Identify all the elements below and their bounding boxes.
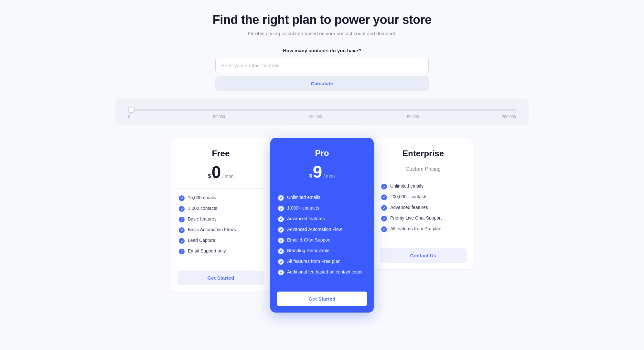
pro-feature-8: Additional fee based on contact count <box>287 269 363 274</box>
slider-section: 0 50 000 100 000 150 000 200 000 <box>115 98 529 125</box>
pro-feature-7: All features from Free plan <box>287 259 340 264</box>
pro-price-amount: 9 <box>313 163 322 180</box>
enterprise-custom-price: Custom Pricing <box>383 164 463 172</box>
list-item: Basic features <box>179 216 263 222</box>
list-item: Advanced features <box>381 205 465 211</box>
free-plan-price-row: $ 0 / mon <box>181 164 261 182</box>
free-get-started-button[interactable]: Get Started <box>177 271 264 285</box>
slider-wrapper <box>128 106 516 112</box>
check-icon <box>381 216 387 221</box>
pro-get-started-button[interactable]: Get Started <box>277 292 367 306</box>
check-icon <box>381 184 387 190</box>
free-feature-6: Email Support only <box>188 248 226 253</box>
enterprise-plan-name: Enterprise <box>383 149 463 159</box>
pro-feature-1: Unlimited emails <box>287 195 320 200</box>
pro-price-currency: $ <box>309 173 312 179</box>
slider-label-100k: 100 000 <box>308 115 322 119</box>
page-title: Find the right plan to power your store <box>212 13 431 27</box>
pro-feature-6: Branding Removable <box>287 248 329 253</box>
free-feature-2: 1,000 contacts <box>188 206 217 211</box>
pro-plan-features: Unlimited emails 1,000+ contacts Advance… <box>270 188 374 286</box>
pro-plan-price-row: $ 9 / mon <box>280 163 364 181</box>
list-item: 200,000+ contacts <box>381 194 465 200</box>
contact-label: How many contacts do you have? <box>215 48 429 53</box>
check-icon <box>381 194 387 200</box>
list-item: Unlimited emails <box>278 195 366 201</box>
list-item: Basic Automation Flows <box>179 227 263 233</box>
check-icon <box>179 195 185 201</box>
pro-price-period: / mon <box>323 173 335 179</box>
list-item: Unlimited emails <box>381 183 465 190</box>
free-price-period: / mon <box>222 174 233 179</box>
check-icon <box>179 206 185 212</box>
pro-feature-4: Advanced Automation Flow <box>287 227 342 232</box>
contact-input[interactable] <box>215 58 429 73</box>
check-icon <box>278 216 284 222</box>
plans-container: Free $ 0 / mon 15,000 emails 1,000 conta… <box>115 138 529 313</box>
enterprise-feature-4: Priority Live Chat Support <box>390 215 442 221</box>
check-icon <box>179 249 185 254</box>
calculate-button[interactable]: Calculate <box>215 76 429 91</box>
plan-card-enterprise: Enterprise Custom Pricing Unlimited emai… <box>373 138 473 270</box>
check-icon <box>278 227 284 233</box>
plan-card-pro: Pro $ 9 / mon Unlimited emails 1,000+ co… <box>270 138 374 313</box>
free-price-amount: 0 <box>211 164 221 180</box>
pro-plan-name: Pro <box>280 148 364 158</box>
pro-feature-2: 1,000+ contacts <box>287 205 319 211</box>
enterprise-feature-5: All features from Pro plan <box>390 226 441 231</box>
list-item: 1,000+ contacts <box>278 205 366 211</box>
list-item: Email & Chat Support <box>278 237 366 243</box>
list-item: Advanced Automation Flow <box>278 227 366 233</box>
slider-label-150k: 150 000 <box>405 115 419 119</box>
list-item: 15,000 emails <box>179 195 263 201</box>
free-plan-header: Free $ 0 / mon <box>171 138 271 188</box>
check-icon <box>278 206 284 211</box>
list-item: Branding Removable <box>278 248 366 254</box>
list-item: Email Support only <box>179 248 263 254</box>
enterprise-plan-features: Unlimited emails 200,000+ contacts Advan… <box>373 177 473 243</box>
free-plan-features: 15,000 emails 1,000 contacts Basic featu… <box>171 189 271 265</box>
enterprise-feature-2: 200,000+ contacts <box>390 194 427 199</box>
enterprise-feature-3: Advanced features <box>390 205 428 210</box>
pro-feature-3: Advanced features <box>287 216 325 221</box>
list-item: All features from Pro plan <box>381 226 465 232</box>
slider-label-50k: 50 000 <box>213 115 225 119</box>
enterprise-plan-footer: Contact Us <box>373 243 473 269</box>
check-icon <box>278 248 284 254</box>
check-icon <box>278 238 284 243</box>
slider-label-0: 0 <box>128 115 130 119</box>
enterprise-plan-header: Enterprise Custom Pricing <box>373 138 473 177</box>
pro-plan-header: Pro $ 9 / mon <box>270 138 374 188</box>
free-plan-footer: Get Started <box>171 265 271 292</box>
pro-plan-footer: Get Started <box>270 286 374 313</box>
free-feature-5: Lead Capture <box>188 238 215 243</box>
check-icon <box>179 217 185 222</box>
pro-feature-5: Email & Chat Support <box>287 237 331 242</box>
free-price-currency: $ <box>208 173 211 179</box>
free-feature-1: 15,000 emails <box>188 195 216 200</box>
contact-section: How many contacts do you have? Calculate <box>215 48 429 91</box>
page-subtitle: Flexible pricing calculated based on you… <box>248 31 396 36</box>
check-icon <box>179 238 185 244</box>
list-item: Priority Live Chat Support <box>381 215 465 221</box>
list-item: All features from Free plan <box>278 259 366 265</box>
check-icon <box>179 227 185 233</box>
free-feature-3: Basic features <box>188 216 217 221</box>
contacts-slider[interactable] <box>128 109 516 111</box>
list-item: Lead Capture <box>179 238 263 244</box>
check-icon <box>381 205 387 211</box>
enterprise-contact-button[interactable]: Contact Us <box>380 248 467 263</box>
check-icon <box>278 270 284 275</box>
plan-card-free: Free $ 0 / mon 15,000 emails 1,000 conta… <box>171 138 271 292</box>
list-item: Advanced features <box>278 216 366 222</box>
free-feature-4: Basic Automation Flows <box>188 227 236 232</box>
free-plan-name: Free <box>181 149 261 159</box>
slider-labels: 0 50 000 100 000 150 000 200 000 <box>128 115 516 119</box>
slider-label-200k: 200 000 <box>502 115 516 119</box>
check-icon <box>381 226 387 232</box>
list-item: 1,000 contacts <box>179 206 263 212</box>
enterprise-feature-1: Unlimited emails <box>390 183 424 189</box>
list-item: Additional fee based on contact count <box>278 269 366 275</box>
check-icon <box>278 195 284 201</box>
check-icon <box>278 259 284 265</box>
